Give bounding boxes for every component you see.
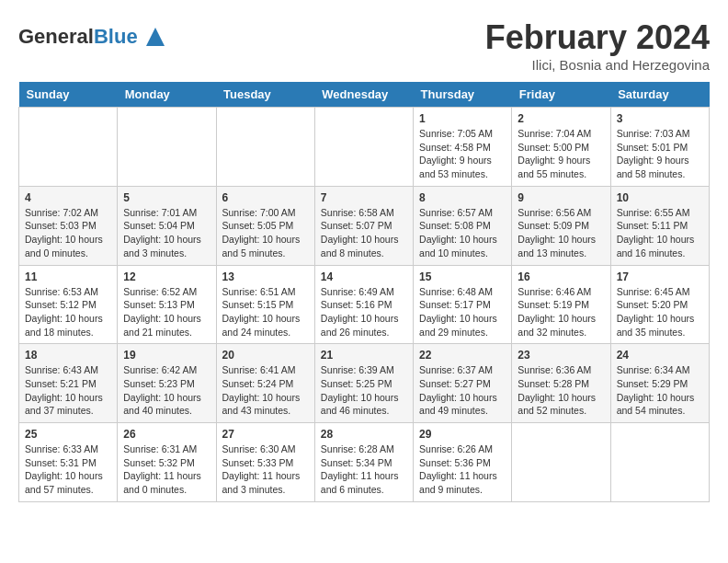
day-cell: 4Sunrise: 7:02 AM Sunset: 5:03 PM Daylig… <box>19 186 118 265</box>
week-row-4: 18Sunrise: 6:43 AM Sunset: 5:21 PM Dayli… <box>19 344 710 423</box>
logo-blue-text: Blue <box>94 25 138 48</box>
day-header-friday: Friday <box>512 82 610 108</box>
day-info: Sunrise: 7:04 AM Sunset: 5:00 PM Dayligh… <box>518 127 604 181</box>
day-cell <box>610 423 709 502</box>
day-info: Sunrise: 6:48 AM Sunset: 5:17 PM Dayligh… <box>419 285 506 339</box>
day-number: 21 <box>321 349 407 362</box>
day-cell: 28Sunrise: 6:28 AM Sunset: 5:34 PM Dayli… <box>314 423 413 502</box>
day-info: Sunrise: 7:02 AM Sunset: 5:03 PM Dayligh… <box>25 206 111 260</box>
day-cell: 6Sunrise: 7:00 AM Sunset: 5:05 PM Daylig… <box>216 186 314 265</box>
day-info: Sunrise: 6:53 AM Sunset: 5:12 PM Dayligh… <box>25 285 111 339</box>
day-info: Sunrise: 6:45 AM Sunset: 5:20 PM Dayligh… <box>617 285 703 339</box>
day-info: Sunrise: 6:37 AM Sunset: 5:27 PM Dayligh… <box>419 363 506 418</box>
day-cell: 14Sunrise: 6:49 AM Sunset: 5:16 PM Dayli… <box>314 265 413 344</box>
day-number: 7 <box>321 191 407 204</box>
day-number: 14 <box>321 270 407 283</box>
day-cell: 12Sunrise: 6:52 AM Sunset: 5:13 PM Dayli… <box>118 265 216 344</box>
day-cell: 24Sunrise: 6:34 AM Sunset: 5:29 PM Dayli… <box>610 344 709 423</box>
day-number: 23 <box>518 349 604 362</box>
week-row-5: 25Sunrise: 6:33 AM Sunset: 5:31 PM Dayli… <box>19 423 710 502</box>
day-cell: 16Sunrise: 6:46 AM Sunset: 5:19 PM Dayli… <box>512 265 610 344</box>
day-number: 3 <box>617 112 703 125</box>
month-title: February 2024 <box>485 18 710 57</box>
day-info: Sunrise: 6:42 AM Sunset: 5:23 PM Dayligh… <box>123 363 210 418</box>
day-cell: 5Sunrise: 7:01 AM Sunset: 5:04 PM Daylig… <box>118 186 216 265</box>
day-number: 9 <box>518 191 604 204</box>
day-info: Sunrise: 6:30 AM Sunset: 5:33 PM Dayligh… <box>222 442 309 497</box>
day-number: 17 <box>617 270 703 283</box>
day-info: Sunrise: 6:26 AM Sunset: 5:36 PM Dayligh… <box>419 442 506 497</box>
day-number: 26 <box>123 428 210 441</box>
day-info: Sunrise: 6:55 AM Sunset: 5:11 PM Dayligh… <box>617 206 703 260</box>
day-cell: 19Sunrise: 6:42 AM Sunset: 5:23 PM Dayli… <box>118 344 216 423</box>
day-number: 22 <box>419 349 506 362</box>
day-number: 19 <box>123 349 210 362</box>
day-cell: 23Sunrise: 6:36 AM Sunset: 5:28 PM Dayli… <box>512 344 610 423</box>
calendar-table: SundayMondayTuesdayWednesdayThursdayFrid… <box>18 82 710 502</box>
day-cell: 21Sunrise: 6:39 AM Sunset: 5:25 PM Dayli… <box>314 344 413 423</box>
logo-general-text: General <box>18 25 94 48</box>
day-cell: 29Sunrise: 6:26 AM Sunset: 5:36 PM Dayli… <box>414 423 512 502</box>
day-info: Sunrise: 7:00 AM Sunset: 5:05 PM Dayligh… <box>222 206 309 260</box>
day-cell <box>118 108 216 187</box>
day-cell: 27Sunrise: 6:30 AM Sunset: 5:33 PM Dayli… <box>216 423 314 502</box>
day-number: 13 <box>222 270 309 283</box>
day-cell: 2Sunrise: 7:04 AM Sunset: 5:00 PM Daylig… <box>512 108 610 187</box>
week-row-1: 1Sunrise: 7:05 AM Sunset: 4:58 PM Daylig… <box>19 108 710 187</box>
day-header-wednesday: Wednesday <box>314 82 413 108</box>
day-number: 29 <box>419 428 506 441</box>
day-number: 25 <box>25 428 111 441</box>
day-info: Sunrise: 6:41 AM Sunset: 5:24 PM Dayligh… <box>222 363 309 418</box>
day-info: Sunrise: 6:56 AM Sunset: 5:09 PM Dayligh… <box>518 206 604 260</box>
day-info: Sunrise: 6:46 AM Sunset: 5:19 PM Dayligh… <box>518 285 604 339</box>
page-header: GeneralBlue February 2024 Ilici, Bosnia … <box>18 18 710 73</box>
day-cell: 1Sunrise: 7:05 AM Sunset: 4:58 PM Daylig… <box>414 108 512 187</box>
day-cell: 7Sunrise: 6:58 AM Sunset: 5:07 PM Daylig… <box>314 186 413 265</box>
day-cell <box>512 423 610 502</box>
day-cell: 15Sunrise: 6:48 AM Sunset: 5:17 PM Dayli… <box>414 265 512 344</box>
day-number: 8 <box>419 191 506 204</box>
day-number: 10 <box>617 191 703 204</box>
day-info: Sunrise: 6:51 AM Sunset: 5:15 PM Dayligh… <box>222 285 309 339</box>
day-number: 11 <box>25 270 111 283</box>
day-cell: 17Sunrise: 6:45 AM Sunset: 5:20 PM Dayli… <box>610 265 709 344</box>
day-cell: 9Sunrise: 6:56 AM Sunset: 5:09 PM Daylig… <box>512 186 610 265</box>
day-cell <box>19 108 118 187</box>
day-info: Sunrise: 6:39 AM Sunset: 5:25 PM Dayligh… <box>321 363 407 418</box>
title-section: February 2024 Ilici, Bosnia and Herzegov… <box>485 18 710 73</box>
day-number: 12 <box>123 270 210 283</box>
day-cell: 10Sunrise: 6:55 AM Sunset: 5:11 PM Dayli… <box>610 186 709 265</box>
day-number: 6 <box>222 191 309 204</box>
day-number: 4 <box>25 191 111 204</box>
day-info: Sunrise: 6:36 AM Sunset: 5:28 PM Dayligh… <box>518 363 604 418</box>
day-info: Sunrise: 6:57 AM Sunset: 5:08 PM Dayligh… <box>419 206 506 260</box>
day-info: Sunrise: 6:58 AM Sunset: 5:07 PM Dayligh… <box>321 206 407 260</box>
day-header-monday: Monday <box>118 82 216 108</box>
day-cell: 13Sunrise: 6:51 AM Sunset: 5:15 PM Dayli… <box>216 265 314 344</box>
day-header-sunday: Sunday <box>19 82 118 108</box>
day-info: Sunrise: 6:33 AM Sunset: 5:31 PM Dayligh… <box>25 442 111 497</box>
week-row-3: 11Sunrise: 6:53 AM Sunset: 5:12 PM Dayli… <box>19 265 710 344</box>
day-cell: 20Sunrise: 6:41 AM Sunset: 5:24 PM Dayli… <box>216 344 314 423</box>
day-header-saturday: Saturday <box>610 82 709 108</box>
day-cell: 18Sunrise: 6:43 AM Sunset: 5:21 PM Dayli… <box>19 344 118 423</box>
day-cell: 22Sunrise: 6:37 AM Sunset: 5:27 PM Dayli… <box>414 344 512 423</box>
day-info: Sunrise: 6:49 AM Sunset: 5:16 PM Dayligh… <box>321 285 407 339</box>
day-info: Sunrise: 6:43 AM Sunset: 5:21 PM Dayligh… <box>25 363 111 418</box>
day-cell: 11Sunrise: 6:53 AM Sunset: 5:12 PM Dayli… <box>19 265 118 344</box>
day-info: Sunrise: 6:52 AM Sunset: 5:13 PM Dayligh… <box>123 285 210 339</box>
location-title: Ilici, Bosnia and Herzegovina <box>485 57 710 73</box>
day-cell <box>216 108 314 187</box>
day-info: Sunrise: 6:31 AM Sunset: 5:32 PM Dayligh… <box>123 442 210 497</box>
day-info: Sunrise: 6:28 AM Sunset: 5:34 PM Dayligh… <box>321 442 407 497</box>
week-row-2: 4Sunrise: 7:02 AM Sunset: 5:03 PM Daylig… <box>19 186 710 265</box>
day-info: Sunrise: 7:01 AM Sunset: 5:04 PM Dayligh… <box>123 206 210 260</box>
day-info: Sunrise: 7:03 AM Sunset: 5:01 PM Dayligh… <box>617 127 703 181</box>
day-number: 27 <box>222 428 309 441</box>
day-info: Sunrise: 7:05 AM Sunset: 4:58 PM Dayligh… <box>419 127 506 181</box>
logo: GeneralBlue <box>18 23 169 51</box>
day-cell: 26Sunrise: 6:31 AM Sunset: 5:32 PM Dayli… <box>118 423 216 502</box>
day-header-thursday: Thursday <box>414 82 512 108</box>
day-number: 20 <box>222 349 309 362</box>
day-header-tuesday: Tuesday <box>216 82 314 108</box>
